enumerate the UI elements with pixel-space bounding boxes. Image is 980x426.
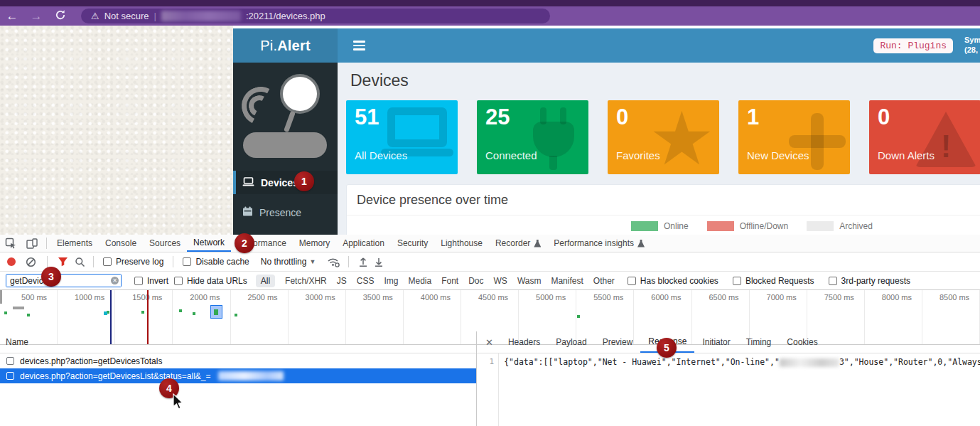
- filter-type-wasm[interactable]: Wasm: [517, 276, 542, 286]
- network-toolbar: Preserve log Disable cache No throttling…: [0, 252, 980, 272]
- filter-type-fetch-xhr[interactable]: Fetch/XHR: [285, 276, 327, 286]
- sidebar-item-presence[interactable]: Presence: [233, 201, 338, 224]
- reload-icon: [55, 9, 66, 21]
- request-list-header[interactable]: Name: [0, 331, 476, 353]
- preserve-log-checkbox[interactable]: Preserve log: [103, 257, 163, 267]
- forward-button[interactable]: →: [24, 10, 48, 22]
- devtools-tab-lighthouse[interactable]: Lighthouse: [434, 235, 489, 252]
- devtools-tab-security[interactable]: Security: [391, 235, 434, 252]
- record-button[interactable]: [7, 257, 16, 266]
- presence-panel: Device presence over time OnlineOffline/…: [346, 184, 980, 235]
- filter-checkbox-has-blocked-cookies[interactable]: Has blocked cookies: [628, 276, 718, 286]
- close-panel-icon[interactable]: ✕: [477, 331, 500, 353]
- disable-cache-checkbox[interactable]: Disable cache: [183, 257, 249, 267]
- throttling-select[interactable]: No throttling: [261, 257, 307, 267]
- filter-type-other[interactable]: Other: [593, 276, 615, 286]
- clear-button[interactable]: [26, 257, 36, 267]
- stat-card-value: 0: [878, 105, 980, 130]
- filter-type-media[interactable]: Media: [408, 276, 431, 286]
- filter-type-doc[interactable]: Doc: [468, 276, 483, 286]
- experiment-flask-icon: [637, 240, 645, 247]
- filter-type-ws[interactable]: WS: [494, 276, 507, 286]
- reload-button[interactable]: [48, 9, 72, 23]
- filter-type-all[interactable]: All: [256, 275, 275, 287]
- filter-type-manifest[interactable]: Manifest: [551, 276, 583, 286]
- device-toolbar-button[interactable]: [21, 235, 43, 252]
- stat-card-value: 1: [747, 105, 850, 130]
- filter-type-font[interactable]: Font: [441, 276, 458, 286]
- devtools-tab-label: Application: [343, 238, 384, 248]
- devtools-tab-network[interactable]: Network: [187, 235, 231, 252]
- filter-type-js[interactable]: JS: [337, 276, 347, 286]
- response-tab-cookies[interactable]: Cookies: [779, 331, 825, 353]
- not-secure-warning-icon[interactable]: ⚠: [91, 11, 99, 21]
- devtools-tab-performance-insights[interactable]: Performance insights: [547, 235, 651, 252]
- run-plugins-button[interactable]: Run: Plugins: [873, 38, 953, 53]
- import-har-icon[interactable]: [358, 257, 368, 267]
- devtools-tab-recorder[interactable]: Recorder: [489, 235, 547, 252]
- back-button[interactable]: ←: [0, 10, 24, 22]
- sidebar-item-devices[interactable]: Devices: [233, 171, 338, 194]
- request-name: devices.php?action=getDevicesList&status…: [20, 371, 211, 381]
- request-checkbox[interactable]: [6, 357, 14, 365]
- hide-data-urls-checkbox[interactable]: Hide data URLs: [174, 276, 247, 286]
- invert-checkbox[interactable]: Invert: [134, 276, 168, 286]
- request-checkbox[interactable]: [6, 372, 14, 380]
- request-row[interactable]: devices.php?action=getDevicesList&status…: [0, 368, 476, 383]
- network-conditions-icon[interactable]: [327, 257, 340, 267]
- inspect-element-button[interactable]: [0, 235, 21, 252]
- stat-card-new-devices[interactable]: 1New Devices: [738, 100, 850, 174]
- filter-type-img[interactable]: Img: [384, 276, 398, 286]
- response-tab-payload[interactable]: Payload: [548, 331, 594, 353]
- devtools-tab-label: Network: [193, 238, 225, 247]
- not-secure-label[interactable]: Not secure: [104, 11, 149, 21]
- address-separator: |: [154, 11, 156, 21]
- stat-card-value: 25: [485, 105, 588, 130]
- devtools-tab-console[interactable]: Console: [99, 235, 143, 252]
- stat-card-connected[interactable]: 25Connected: [477, 100, 588, 174]
- throttling-caret-icon[interactable]: ▼: [309, 258, 316, 265]
- response-tab-preview[interactable]: Preview: [595, 331, 641, 353]
- address-bar[interactable]: ⚠ Not secure | :20211/devices.php: [81, 9, 550, 23]
- response-json[interactable]: {"data":[["laptop","Net - Huawei","Inter…: [499, 353, 980, 426]
- stat-card-favorites[interactable]: ★0Favorites: [608, 100, 719, 174]
- sync-status-text: Sym(28,: [964, 36, 980, 55]
- checkbox-icon: [103, 257, 112, 266]
- presence-panel-title: Device presence over time: [347, 185, 980, 215]
- legend-swatch: [631, 221, 658, 231]
- filter-input[interactable]: [6, 275, 121, 287]
- filter-button[interactable]: [58, 257, 68, 267]
- devtools-tab-memory[interactable]: Memory: [293, 235, 336, 252]
- response-tab-timing[interactable]: Timing: [738, 331, 780, 353]
- export-har-icon[interactable]: [374, 257, 384, 267]
- app-logo[interactable]: Pi.Alert: [233, 28, 338, 63]
- devtools-tab-application[interactable]: Application: [336, 235, 391, 252]
- hamburger-menu-icon[interactable]: [353, 41, 365, 63]
- devtools-tabbar: ElementsConsoleSourcesNetworkPerformance…: [0, 235, 980, 252]
- devtools-tab-sources[interactable]: Sources: [143, 235, 187, 252]
- annotation-badge-5: 5: [657, 338, 677, 358]
- web-page: Pi.Alert Run: Plugins Sym(28, DevicesPre…: [0, 26, 980, 235]
- checkbox-icon: [628, 277, 636, 285]
- mouse-cursor: [173, 393, 185, 411]
- request-name: devices.php?action=getDevicesTotals: [20, 356, 162, 366]
- stat-card-down-alerts[interactable]: !0Down Alerts: [869, 100, 980, 174]
- devtools-tab-label: Elements: [57, 238, 92, 248]
- logo-bold: Alert: [277, 38, 311, 54]
- checkbox-icon: [829, 277, 837, 285]
- filter-checkbox-blocked-requests[interactable]: Blocked Requests: [733, 276, 814, 286]
- filter-clear-icon[interactable]: ✕: [111, 277, 119, 284]
- response-tab-initiator[interactable]: Initiator: [694, 331, 738, 353]
- request-rows: devices.php?action=getDevicesTotalsdevic…: [0, 353, 476, 383]
- browser-toolbar: ← → ⚠ Not secure | :20211/devices.php: [0, 6, 980, 26]
- devtools-tab-elements[interactable]: Elements: [50, 235, 99, 252]
- devtools-tab-label: Lighthouse: [441, 238, 483, 248]
- filter-type-css[interactable]: CSS: [357, 276, 375, 286]
- filter-checkbox-3rd-party-requests[interactable]: 3rd-party requests: [829, 276, 910, 286]
- stat-card-value: 51: [355, 105, 458, 130]
- stat-card-label: Down Alerts: [878, 149, 935, 161]
- response-tab-headers[interactable]: Headers: [500, 331, 548, 353]
- stat-card-all-devices[interactable]: 51All Devices: [346, 100, 458, 174]
- request-row[interactable]: devices.php?action=getDevicesTotals: [0, 353, 476, 368]
- search-button[interactable]: [75, 257, 85, 267]
